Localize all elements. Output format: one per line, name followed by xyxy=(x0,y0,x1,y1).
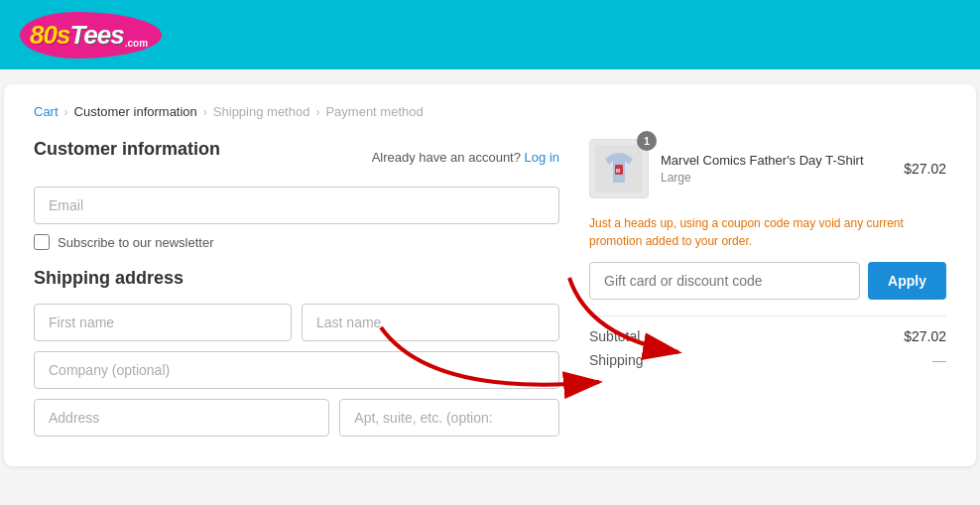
logo-tees-text: Tees xyxy=(69,20,123,50)
product-tshirt-icon: M xyxy=(595,145,643,192)
subtotal-value: $27.02 xyxy=(904,328,946,344)
breadcrumb: Cart › Customer information › Shipping m… xyxy=(34,104,946,119)
logo-80s-text: 80s xyxy=(30,20,69,50)
email-field[interactable] xyxy=(34,187,559,224)
breadcrumb-shipping: Shipping method xyxy=(213,104,310,119)
apply-button[interactable]: Apply xyxy=(868,262,946,300)
product-price: $27.02 xyxy=(904,161,946,177)
breadcrumb-sep-1: › xyxy=(64,105,68,119)
already-account-text: Already have an account? Log in xyxy=(372,150,559,165)
breadcrumb-payment: Payment method xyxy=(325,104,423,119)
content-layout: Customer information Already have an acc… xyxy=(34,139,946,446)
shipping-row: Shipping — xyxy=(589,352,946,368)
coupon-warning-text: Just a heads up, using a coupon code may… xyxy=(589,214,946,250)
address-field[interactable] xyxy=(34,399,329,437)
newsletter-checkbox[interactable] xyxy=(34,234,50,250)
product-row: M 1 Marvel Comics Father's Day T-Shirt L… xyxy=(589,139,946,198)
breadcrumb-customer-info: Customer information xyxy=(74,104,197,119)
login-link[interactable]: Log in xyxy=(525,150,559,165)
product-variant: Large xyxy=(661,171,892,185)
already-account-label: Already have an account? xyxy=(372,150,521,165)
subtotal-label: Subtotal xyxy=(589,328,640,344)
coupon-input[interactable] xyxy=(589,262,860,300)
newsletter-row: Subscribe to our newsletter xyxy=(34,234,559,250)
product-info: Marvel Comics Father's Day T-Shirt Large xyxy=(661,153,892,186)
logo-badge: 80sTees.com xyxy=(20,12,162,59)
subtotal-row: Subtotal $27.02 xyxy=(589,328,946,344)
shipping-value: — xyxy=(932,352,946,368)
shipping-address-title: Shipping address xyxy=(34,268,559,289)
left-column: Customer information Already have an acc… xyxy=(34,139,559,446)
breadcrumb-sep-2: › xyxy=(203,105,207,119)
product-image-wrap: M 1 xyxy=(589,139,649,198)
company-field[interactable] xyxy=(34,351,559,389)
right-column: M 1 Marvel Comics Father's Day T-Shirt L… xyxy=(589,139,946,446)
header: 80sTees.com xyxy=(0,0,980,69)
apt-field[interactable] xyxy=(339,399,559,437)
logo-com-text: .com xyxy=(125,38,148,49)
breadcrumb-sep-3: › xyxy=(315,105,319,119)
newsletter-label[interactable]: Subscribe to our newsletter xyxy=(58,235,214,250)
name-fields-row xyxy=(34,304,559,351)
main-content: Cart › Customer information › Shipping m… xyxy=(4,84,976,466)
coupon-row: Apply xyxy=(589,262,946,300)
last-name-field[interactable] xyxy=(302,304,559,341)
address-fields-row xyxy=(34,399,559,446)
logo-container: 80sTees.com xyxy=(20,12,162,59)
quantity-badge: 1 xyxy=(637,131,657,151)
totals-divider xyxy=(589,316,946,316)
svg-text:M: M xyxy=(616,168,620,174)
customer-info-header: Customer information Already have an acc… xyxy=(34,139,559,175)
breadcrumb-cart[interactable]: Cart xyxy=(34,104,59,119)
product-name: Marvel Comics Father's Day T-Shirt xyxy=(661,153,892,170)
shipping-label: Shipping xyxy=(589,352,644,368)
first-name-field[interactable] xyxy=(34,304,292,341)
customer-info-title: Customer information xyxy=(34,139,220,160)
